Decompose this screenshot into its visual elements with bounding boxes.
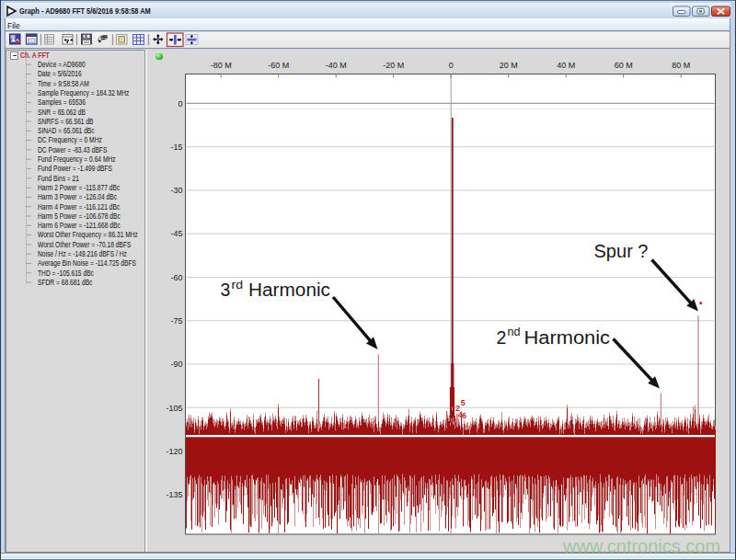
svg-text:0: 0 xyxy=(178,99,182,109)
svg-text:-40 M: -40 M xyxy=(326,61,347,70)
svg-text:nd: nd xyxy=(508,326,521,338)
svg-text:40 M: 40 M xyxy=(557,61,575,70)
svg-text:-120: -120 xyxy=(166,447,182,456)
svg-text:6: 6 xyxy=(462,411,466,420)
svg-text:Spur ?: Spur ? xyxy=(594,241,649,261)
svg-text:2: 2 xyxy=(497,327,507,348)
svg-text:-75: -75 xyxy=(170,316,182,326)
svg-text:-80 M: -80 M xyxy=(211,61,232,70)
svg-text:Harmonic: Harmonic xyxy=(248,280,330,300)
svg-text:60 M: 60 M xyxy=(615,61,633,70)
svg-text:5: 5 xyxy=(461,398,466,407)
svg-text:-60 M: -60 M xyxy=(268,61,289,70)
svg-text:rd: rd xyxy=(232,279,244,291)
svg-text:-105: -105 xyxy=(166,404,182,413)
svg-text:-45: -45 xyxy=(170,229,182,238)
svg-text:-30: -30 xyxy=(170,186,182,195)
svg-text:80 M: 80 M xyxy=(672,61,690,70)
svg-text:-90: -90 xyxy=(170,360,182,369)
svg-text:0: 0 xyxy=(449,61,454,70)
svg-text:Harmonic: Harmonic xyxy=(524,327,611,348)
svg-text:3: 3 xyxy=(221,280,231,300)
svg-text:-20 M: -20 M xyxy=(383,61,404,70)
svg-text:-15: -15 xyxy=(170,143,182,152)
svg-text:-60: -60 xyxy=(170,273,182,282)
svg-text:20 M: 20 M xyxy=(500,61,518,70)
svg-text:-135: -135 xyxy=(166,490,182,499)
